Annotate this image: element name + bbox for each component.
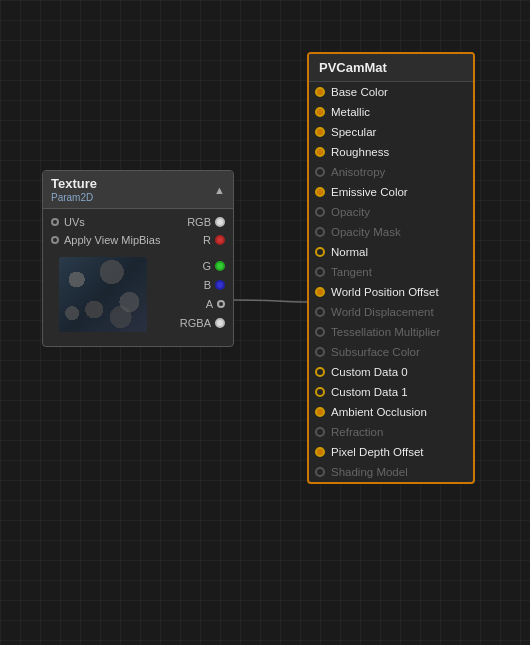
a-label: A xyxy=(206,298,213,310)
mat-pin-label: Anisotropy xyxy=(331,166,385,178)
mat-pin-row[interactable]: Shading Model xyxy=(309,462,473,482)
texture-preview xyxy=(59,257,147,332)
mat-pin-label: Custom Data 0 xyxy=(331,366,408,378)
mipbias-pin-in[interactable] xyxy=(51,236,59,244)
texture-node-header[interactable]: Texture Param2D ▲ xyxy=(43,171,233,209)
r-pin[interactable] xyxy=(215,235,225,245)
g-row: G xyxy=(159,260,225,272)
mat-pin-label: World Displacement xyxy=(331,306,434,318)
texture-node: Texture Param2D ▲ UVs RGB Apply View Mip… xyxy=(42,170,234,347)
mat-pin-row[interactable]: Anisotropy xyxy=(309,162,473,182)
texture-node-body: UVs RGB Apply View MipBias R G xyxy=(43,209,233,346)
a-pin[interactable] xyxy=(217,300,225,308)
mat-pin-circle xyxy=(315,427,325,437)
mat-pin-row[interactable]: Tessellation Multiplier xyxy=(309,322,473,342)
uvs-row: UVs RGB xyxy=(43,213,233,231)
mat-pin-label: Tangent xyxy=(331,266,372,278)
mat-pin-row[interactable]: Tangent xyxy=(309,262,473,282)
a-row: A xyxy=(159,298,225,310)
mat-pin-label: Pixel Depth Offset xyxy=(331,446,423,458)
mat-pin-circle xyxy=(315,467,325,477)
uvs-label: UVs xyxy=(64,216,85,228)
g-pin[interactable] xyxy=(215,261,225,271)
mat-pin-circle xyxy=(315,227,325,237)
mat-pin-label: Normal xyxy=(331,246,368,258)
mat-pin-circle xyxy=(315,187,325,197)
mat-pin-label: Specular xyxy=(331,126,376,138)
mat-pin-label: Refraction xyxy=(331,426,383,438)
rgba-row: RGBA xyxy=(159,317,225,329)
mat-pin-circle xyxy=(315,167,325,177)
mat-pin-circle xyxy=(315,267,325,277)
mat-pin-circle xyxy=(315,407,325,417)
mat-pin-circle xyxy=(315,327,325,337)
mat-pin-circle xyxy=(315,387,325,397)
mat-pin-label: Subsurface Color xyxy=(331,346,420,358)
mat-pin-row[interactable]: Custom Data 1 xyxy=(309,382,473,402)
mat-pin-label: Roughness xyxy=(331,146,389,158)
rgba-label: RGBA xyxy=(180,317,211,329)
mat-pin-row[interactable]: Normal xyxy=(309,242,473,262)
r-label: R xyxy=(203,234,211,246)
material-node-title: PVCamMat xyxy=(309,54,473,82)
mat-pin-row[interactable]: Pixel Depth Offset xyxy=(309,442,473,462)
mat-pin-circle xyxy=(315,107,325,117)
mat-pin-row[interactable]: Ambient Occlusion xyxy=(309,402,473,422)
mat-pin-row[interactable]: Custom Data 0 xyxy=(309,362,473,382)
uvs-pin-in[interactable] xyxy=(51,218,59,226)
mat-pin-label: Ambient Occlusion xyxy=(331,406,427,418)
g-label: G xyxy=(202,260,211,272)
mat-pin-circle xyxy=(315,347,325,357)
mat-pin-label: World Position Offset xyxy=(331,286,439,298)
mat-pin-circle xyxy=(315,287,325,297)
b-row: B xyxy=(159,279,225,291)
mat-pin-row[interactable]: Opacity Mask xyxy=(309,222,473,242)
collapse-icon[interactable]: ▲ xyxy=(214,184,225,196)
mat-pin-label: Custom Data 1 xyxy=(331,386,408,398)
mat-pin-circle xyxy=(315,207,325,217)
mat-pin-row[interactable]: Subsurface Color xyxy=(309,342,473,362)
mat-pin-circle xyxy=(315,147,325,157)
mat-pin-circle xyxy=(315,247,325,257)
mat-pin-circle xyxy=(315,447,325,457)
mat-pin-circle xyxy=(315,127,325,137)
mat-pin-circle xyxy=(315,87,325,97)
mipbias-label: Apply View MipBias xyxy=(64,234,160,246)
mat-pin-label: Emissive Color xyxy=(331,186,408,198)
mat-pin-row[interactable]: Opacity xyxy=(309,202,473,222)
mat-pin-label: Opacity xyxy=(331,206,370,218)
mat-pin-row[interactable]: Roughness xyxy=(309,142,473,162)
mat-pin-circle xyxy=(315,367,325,377)
mat-pin-label: Base Color xyxy=(331,86,388,98)
b-pin[interactable] xyxy=(215,280,225,290)
mipbias-row: Apply View MipBias R xyxy=(43,231,233,249)
mat-pin-row[interactable]: World Displacement xyxy=(309,302,473,322)
material-pins-list: Base ColorMetallicSpecularRoughnessAniso… xyxy=(309,82,473,482)
mat-pin-label: Opacity Mask xyxy=(331,226,401,238)
b-label: B xyxy=(204,279,211,291)
mat-pin-row[interactable]: Specular xyxy=(309,122,473,142)
mat-pin-label: Shading Model xyxy=(331,466,408,478)
texture-image xyxy=(59,257,147,332)
material-node: PVCamMat Base ColorMetallicSpecularRough… xyxy=(307,52,475,484)
mat-pin-label: Tessellation Multiplier xyxy=(331,326,440,338)
texture-node-title: Texture xyxy=(51,176,97,191)
mat-pin-label: Metallic xyxy=(331,106,370,118)
mat-pin-row[interactable]: Refraction xyxy=(309,422,473,442)
mat-pin-row[interactable]: Metallic xyxy=(309,102,473,122)
mat-pin-row[interactable]: Emissive Color xyxy=(309,182,473,202)
texture-node-subtitle: Param2D xyxy=(51,192,97,203)
rgb-label: RGB xyxy=(187,216,211,228)
mat-pin-row[interactable]: Base Color xyxy=(309,82,473,102)
mat-pin-row[interactable]: World Position Offset xyxy=(309,282,473,302)
rgba-pin[interactable] xyxy=(215,318,225,328)
mat-pin-circle xyxy=(315,307,325,317)
rgb-pin[interactable] xyxy=(215,217,225,227)
